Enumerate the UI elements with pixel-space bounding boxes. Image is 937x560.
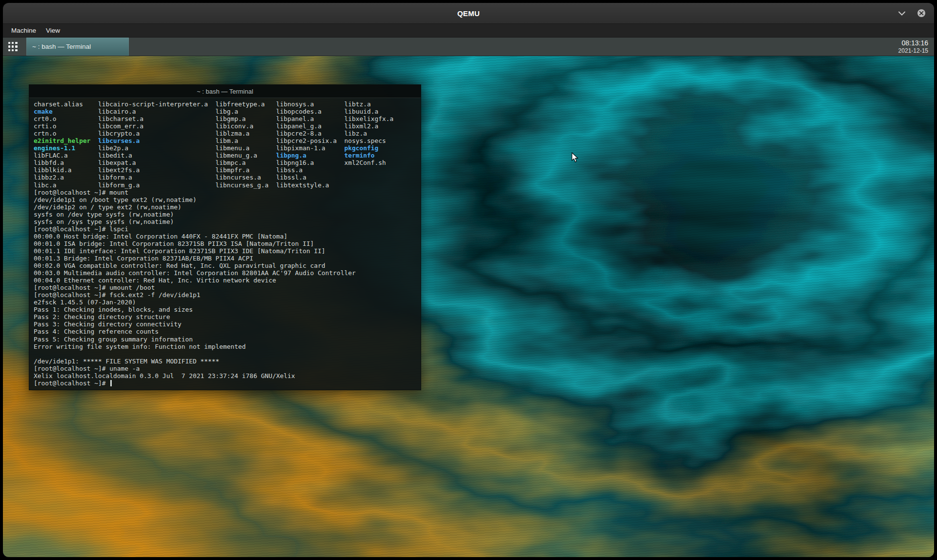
file-name: crt0.o [34, 115, 98, 122]
taskbar: ~ : bash — Terminal 08:13:16 2021-12-15 [3, 38, 934, 56]
file-name: libexpat.a [98, 159, 216, 166]
file-name: libssl.a [276, 174, 345, 181]
file-name: engines-1.1 [34, 144, 98, 152]
file-name: libpanel.a [276, 115, 345, 122]
file-name: libext2fs.a [98, 166, 216, 174]
terminal-output[interactable]: charset.alias libcairo-script-interprete… [34, 100, 416, 387]
file-name: libpng16.a [276, 159, 345, 166]
app-launcher-button[interactable] [3, 38, 22, 56]
file-name: libform.a [98, 174, 216, 181]
terminal-window: ~ : bash — Terminal charset.alias libcai… [29, 84, 421, 390]
file-name: libblkid.a [34, 166, 98, 174]
file-name: libc.a [34, 181, 98, 189]
menu-machine[interactable]: Machine [7, 25, 41, 36]
window-title: QEMU [457, 9, 480, 18]
file-name: libncurses_g.a [216, 181, 276, 189]
file-name: libcharset.a [98, 115, 216, 122]
file-name: libmenu_g.a [216, 152, 276, 159]
terminal-body[interactable]: charset.alias libcairo-script-interprete… [29, 98, 421, 390]
file-name: libxelixgfx.a [344, 115, 393, 122]
taskbar-tab-terminal[interactable]: ~ : bash — Terminal [26, 38, 129, 56]
terminal-cursor [110, 380, 112, 386]
file-name: charset.alias [34, 100, 98, 108]
file-name: libuuid.a [344, 108, 378, 115]
desktop[interactable]: ~ : bash — Terminal charset.alias libcai… [3, 56, 934, 557]
file-name: libncurses.a [216, 174, 276, 181]
terminal-titlebar[interactable]: ~ : bash — Terminal [29, 85, 421, 98]
file-name: libpng.a [276, 152, 345, 159]
titlebar-controls [897, 3, 926, 23]
file-name: libform_g.a [98, 181, 216, 189]
file-name: libmpc.a [216, 159, 276, 166]
file-name: libcrypto.a [98, 130, 216, 137]
clock-date: 2021-12-15 [898, 47, 928, 54]
file-name: libedit.a [98, 152, 216, 159]
file-name: libmenu.a [216, 144, 276, 152]
file-name: libfreetype.a [216, 100, 276, 108]
file-name: libbz2.a [34, 174, 98, 181]
file-name: cmake [34, 108, 98, 115]
file-name: libFLAC.a [34, 152, 98, 159]
file-name: pkgconfig [344, 144, 378, 152]
qemu-window: QEMU Machine View ~ : bash — Terminal 08… [3, 3, 934, 557]
file-name: libpcre2-8.a [276, 130, 345, 137]
file-name: libss.a [276, 166, 345, 174]
file-name: libcairo-script-interpreter.a [98, 100, 216, 108]
taskbar-tab-label: ~ : bash — Terminal [32, 43, 91, 50]
file-name: libxml2.a [344, 122, 378, 130]
file-name: liblzma.a [216, 130, 276, 137]
file-name: nosys.specs [344, 137, 386, 144]
file-name: libgmp.a [216, 115, 276, 122]
file-name: libpixman-1.a [276, 144, 345, 152]
file-name: crtn.o [34, 130, 98, 137]
file-name: crti.o [34, 122, 98, 130]
file-name: terminfo [344, 152, 374, 159]
file-name: libpanel_g.a [276, 122, 345, 130]
file-name: libmpfr.a [216, 166, 276, 174]
file-name: libbfd.a [34, 159, 98, 166]
terminal-title: ~ : bash — Terminal [197, 88, 253, 95]
file-name: libz.a [344, 130, 367, 137]
file-name: libiconv.a [216, 122, 276, 130]
window-titlebar[interactable]: QEMU [3, 3, 934, 24]
file-name: libpcre2-posix.a [276, 137, 345, 144]
file-name: xml2Conf.sh [344, 159, 386, 166]
clock-time: 08:13:16 [898, 39, 928, 47]
menu-view[interactable]: View [41, 25, 64, 36]
file-name: libcom_err.a [98, 122, 216, 130]
file-name: libcairo.a [98, 108, 216, 115]
file-name: e2initrd_helper [34, 137, 98, 144]
file-name: libtextstyle.a [276, 181, 345, 189]
file-name: libopcodes.a [276, 108, 345, 115]
close-icon[interactable] [917, 8, 926, 18]
file-name: libtz.a [344, 100, 370, 108]
chevron-down-icon[interactable] [897, 8, 907, 18]
file-name: libg.a [216, 108, 276, 115]
app-grid-icon [8, 42, 18, 51]
file-name: libnosys.a [276, 100, 345, 108]
file-name: libe2p.a [98, 144, 216, 152]
file-name: libm.a [216, 137, 276, 144]
menubar: Machine View [3, 24, 934, 38]
file-name: libcurses.a [98, 137, 216, 144]
taskbar-clock[interactable]: 08:13:16 2021-12-15 [898, 39, 928, 54]
